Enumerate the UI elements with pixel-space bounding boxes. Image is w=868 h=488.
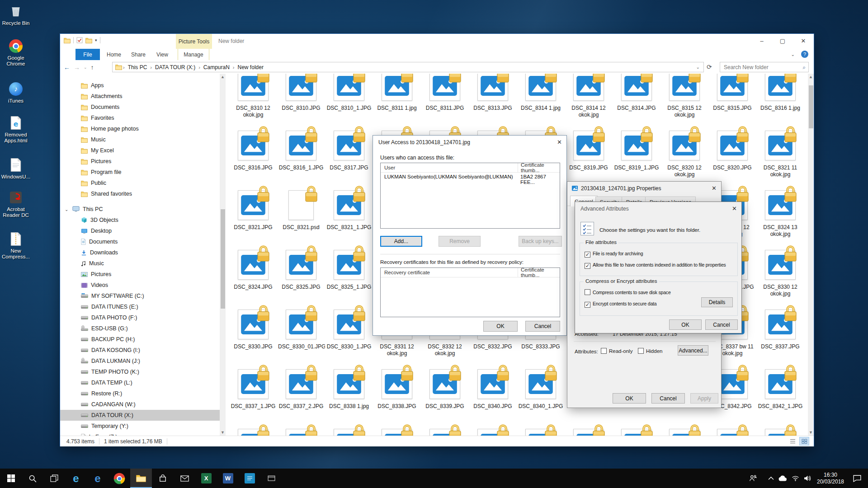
ok-button[interactable]: OK [483,321,518,332]
file-item-dsc-8330-jpg[interactable]: DSC_8330.JPG [229,303,277,362]
certificate-column-header[interactable]: Certificate thumb... [518,163,560,172]
back-button[interactable]: ← [64,64,70,71]
checkbox-checked-icon[interactable] [585,263,590,269]
sidebar-item-my-excel[interactable]: My Excel [60,145,220,156]
breadcrumb[interactable]: ›This PC›DATA TOUR (X:)›CampuraN›New fol… [112,62,704,72]
file-item[interactable] [373,422,421,436]
add-button[interactable]: Add... [380,236,422,247]
file-item-dsc-8338-jpg[interactable]: DSC_8338.JPG [373,362,421,422]
certificate-column-header[interactable]: Certificate thumb... [518,268,560,277]
file-item-dsc-8315-12-okok-jpg[interactable]: DSC_8315 12 okok.jpg [660,74,708,124]
breadcrumb-item-new-folder[interactable]: New folder [236,64,266,70]
file-item[interactable] [325,422,373,436]
tray-chevron-up[interactable] [765,469,777,488]
file-item-dsc-8340-jpg[interactable]: DSC_8340.JPG [469,362,517,422]
close-icon[interactable]: ✕ [712,185,717,192]
cancel-button[interactable]: Cancel [525,321,560,332]
action-center-button[interactable] [848,469,866,488]
sidebar-item-program-file[interactable]: Program file [60,167,220,178]
sidebar-item-videos[interactable]: Videos [60,280,220,291]
ok-button[interactable]: OK [613,393,646,404]
close-icon[interactable]: ✕ [557,139,562,145]
sidebar-item-data-kosong-i[interactable]: DATA KOSONG (I:) [60,345,220,356]
recovery-column-header[interactable]: Recovery certificate [384,268,430,277]
sidebar-item-backup-pc-h[interactable]: BACKUP PC (H:) [60,334,220,345]
encrypt-checkbox[interactable]: Encrypt contents to secure data [585,301,656,308]
backup-keys-button[interactable]: Back up keys... [519,236,562,247]
tray-people[interactable] [747,469,759,488]
checkbox-checked-icon[interactable] [585,302,590,308]
file-item-dsc-8316-1-jpg[interactable]: DSC_8316_1.JPG [277,124,325,183]
ribbon-tab-file[interactable]: File [75,49,100,60]
desktop-icon-google-chrome[interactable]: Google Chrome [1,38,31,67]
file-item-dsc-8342-1-jpg[interactable]: DSC_8342_1.JPG [756,362,804,422]
taskbar-app-edge[interactable]: e [65,469,87,488]
file-item-dsc-8321-jpg[interactable]: DSC_8321.JPG [229,183,277,243]
user-row[interactable]: LUKMAN Soebiyanto(LUKMAN Soebiyanto@LUKM… [381,174,560,182]
sidebar-item-cadangan-w[interactable]: CADANGAN (W:) [60,399,220,410]
file-item-dsc-8311-jpg[interactable]: DSC_8311.JPG [421,74,469,124]
ribbon-tab-view[interactable]: View [152,49,172,60]
file-item-dsc-8310-jpg[interactable]: DSC_8310.JPG [277,74,325,124]
file-item[interactable] [229,422,277,436]
sidebar-item-documents[interactable]: Documents [60,102,220,113]
file-item[interactable] [756,422,804,436]
compress-checkbox[interactable]: Compress contents to save disk space [585,289,671,295]
thumbnail-view-icon[interactable] [799,437,809,446]
tray-onedrive[interactable] [777,469,788,488]
hidden-checkbox[interactable]: Hidden [638,348,662,354]
search-button[interactable] [22,469,43,488]
sidebar-item-music[interactable]: Music [60,258,220,269]
scroll-down-icon[interactable]: ▼ [220,429,226,436]
file-item-dsc-8337-1-jpg[interactable]: DSC_8337_1.JPG [229,362,277,422]
file-item-dsc-8320-jpg[interactable]: DSC_8320.JPG [708,124,756,183]
start-button[interactable] [0,469,22,488]
taskbar-app-internet-explorer[interactable]: e [87,469,108,488]
taskbar-app-blue-app[interactable] [239,469,260,488]
desktop-icon-removed-apps-html[interactable]: eRemoved Apps.html [1,115,31,144]
taskbar-app-store[interactable] [152,469,174,488]
file-item-dsc-8314-12-okok-jpg[interactable]: DSC_8314 12 okok.jpg [565,74,613,124]
file-item[interactable] [613,422,660,436]
file-item-dsc-8325-1-jpg[interactable]: DSC_8325_1.JPG [325,243,373,303]
scrollbar-thumb[interactable] [809,85,813,128]
tray-wifi[interactable] [789,469,801,488]
sidebar-item-music[interactable]: Music [60,134,220,145]
file-item-dsc-8315-jpg[interactable]: DSC_8315.JPG [708,74,756,124]
apply-button[interactable]: Apply [690,393,718,404]
details-button[interactable]: Details [701,297,733,307]
file-item-dsc-8320-12-okok-jpg[interactable]: DSC_8320 12 okok.jpg [660,124,708,183]
file-item-dsc-8319-jpg[interactable]: DSC_8319.JPG [565,124,613,183]
file-item-dsc-8314-jpg[interactable]: DSC_8314.JPG [613,74,660,124]
file-item-dsc-8330-01-jpg[interactable]: DSC_8330_01.JPG [277,303,325,362]
sidebar-item-attachments[interactable]: Attachments [60,91,220,102]
file-item-dsc-8313-jpg[interactable]: DSC_8313.JPG [469,74,517,124]
file-item-dsc-8337-2-jpg[interactable]: DSC_8337_2.JPG [277,362,325,422]
sidebar-item-before-z[interactable]: beFore (Z:) [60,432,220,436]
file-item[interactable] [421,422,469,436]
file-item-dsc-8330-12-okok-jpg[interactable]: DSC_8330 12 okok.jpg [756,243,804,303]
sidebar-item-my-software-c[interactable]: MY SOFTWARE (C:) [60,291,220,301]
nav-history-dropdown-icon[interactable]: ⌄ [84,65,87,70]
advanced-button[interactable]: Advanced... [678,345,708,356]
file-item-dsc-8330-1-jpg[interactable]: DSC_8330_1.JPG [325,303,373,362]
user-column-header[interactable]: User [384,163,395,172]
minimize-button[interactable]: – [751,34,772,48]
forward-button[interactable]: → [74,64,80,71]
desktop-icon-new-compress[interactable]: New Compress... [1,231,31,260]
file-item-dsc-8340-1-jpg[interactable]: DSC_8340_1.JPG [517,362,565,422]
sidebar-item-data-photo-f[interactable]: DATA PHOTO (F:) [60,312,220,323]
checkbox-icon[interactable] [76,37,83,43]
file-item[interactable] [660,422,708,436]
file-item[interactable] [708,422,756,436]
sidebar-item-3d-objects[interactable]: 3D Objects [60,215,220,225]
folder-icon[interactable] [64,38,71,43]
file-item-dsc-8324-jpg[interactable]: DSC_8324.JPG [229,243,277,303]
help-icon[interactable]: ? [801,51,808,58]
desktop-icon-acrobat-reader-dc[interactable]: Acrobat Reader DC [1,190,31,218]
sidebar-item-data-lukman-j[interactable]: DATA LUKMAN (J:) [60,356,220,366]
taskbar-app-word-app[interactable]: W [217,469,239,488]
search-icon[interactable]: ⌕ [802,64,806,70]
sidebar-item-restore-r[interactable]: Restore (R:) [60,388,220,399]
checkbox-checked-icon[interactable] [585,252,590,258]
